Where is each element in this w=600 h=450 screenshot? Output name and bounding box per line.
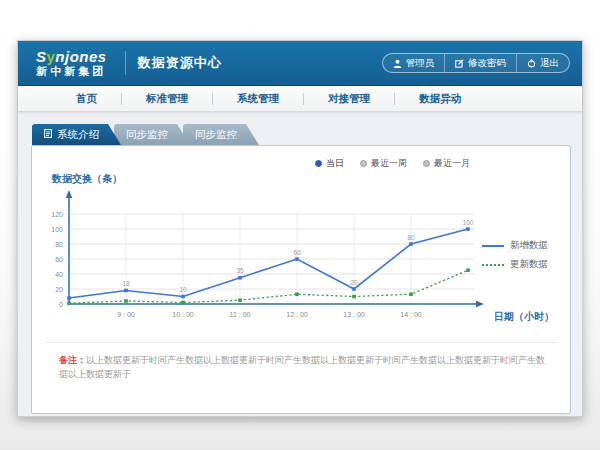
note-text: 以上数据更新于时间产生数据以上数据更新于时间产生数据以上数据更新于时间产生数据以… — [59, 355, 545, 379]
company-logo: Synjones 新中新集团 — [30, 49, 113, 77]
radio-today[interactable]: 当日 — [315, 157, 344, 170]
svg-text:20: 20 — [350, 279, 358, 286]
logout-button[interactable]: 退出 — [516, 54, 569, 72]
company-name: 新中新集团 — [36, 66, 106, 78]
svg-text:11 : 00: 11 : 00 — [230, 311, 251, 318]
nav-item-system-mgmt[interactable]: 系统管理 — [213, 92, 303, 106]
user-actions-group: 管理员 修改密码 退出 — [382, 53, 571, 73]
edit-icon — [455, 59, 464, 68]
tab-sync-monitor-2[interactable]: 同步监控 — [183, 124, 259, 145]
user-icon — [393, 59, 402, 68]
tab-strip: 系统介绍 同步监控 同步监控 — [32, 124, 569, 145]
brand-name: Synjones — [36, 49, 107, 65]
header-divider — [125, 51, 126, 75]
radio-dot-icon — [315, 160, 322, 167]
svg-text:60: 60 — [293, 249, 301, 256]
svg-text:35: 35 — [236, 267, 244, 274]
content-area: 系统介绍 同步监控 同步监控 当日 最近一周 — [18, 112, 582, 414]
nav-item-standard-mgmt[interactable]: 标准管理 — [122, 92, 212, 106]
svg-text:18: 18 — [122, 280, 130, 287]
svg-text:12 : 00: 12 : 00 — [286, 311, 308, 318]
svg-text:120: 120 — [51, 211, 63, 218]
svg-text:0: 0 — [59, 301, 63, 308]
nav-item-interface-mgmt[interactable]: 对接管理 — [304, 92, 394, 106]
svg-text:80: 80 — [55, 241, 63, 248]
legend-item-updated-data: 更新数据 — [482, 255, 556, 274]
svg-text:100: 100 — [463, 219, 474, 226]
svg-text:40: 40 — [55, 271, 63, 278]
svg-text:60: 60 — [55, 256, 63, 263]
x-axis-title: 日期（小时） — [494, 310, 554, 324]
time-range-options: 当日 最近一周 最近一月 — [315, 157, 470, 170]
svg-text:10: 10 — [179, 286, 187, 293]
app-window: Synjones 新中新集团 数据资源中心 管理员 修改密码 — [17, 40, 583, 417]
radio-last-month[interactable]: 最近一月 — [423, 157, 470, 170]
radio-dot-icon — [423, 160, 430, 167]
svg-text:9 : 00: 9 : 00 — [117, 311, 135, 318]
document-icon — [44, 124, 52, 145]
blue-line-swatch-icon — [482, 245, 504, 247]
change-password-button[interactable]: 修改密码 — [444, 54, 516, 72]
legend-item-new-data: 新增数据 — [482, 236, 556, 255]
svg-text:10 : 00: 10 : 00 — [172, 311, 194, 318]
radio-dot-icon — [360, 160, 367, 167]
tab-system-intro[interactable]: 系统介绍 — [32, 124, 121, 145]
svg-text:100: 100 — [51, 226, 63, 233]
tab-sync-monitor-1[interactable]: 同步监控 — [114, 124, 190, 145]
svg-text:20: 20 — [55, 286, 63, 293]
radio-last-week[interactable]: 最近一周 — [360, 157, 407, 170]
main-nav: 首页 标准管理 系统管理 对接管理 数据异动 — [18, 86, 582, 112]
app-header: Synjones 新中新集团 数据资源中心 管理员 修改密码 — [18, 41, 582, 86]
nav-item-data-change[interactable]: 数据异动 — [395, 92, 485, 106]
footer-note: 备注：以上数据更新于时间产生数据以上数据更新于时间产生数据以上数据更新于时间产生… — [59, 354, 550, 381]
note-prefix: 备注： — [59, 355, 86, 365]
chart-panel: 当日 最近一周 最近一月 数据交换（条） 0204060801001209 : … — [31, 145, 571, 414]
admin-user-button[interactable]: 管理员 — [383, 54, 445, 72]
power-icon — [527, 59, 536, 68]
page-title: 数据资源中心 — [138, 54, 222, 72]
chart-legend: 新增数据 更新数据 — [482, 236, 556, 274]
green-dotted-swatch-icon — [482, 264, 504, 266]
svg-text:13 : 00: 13 : 00 — [343, 311, 365, 318]
note-divider — [46, 342, 556, 343]
svg-text:14 : 00: 14 : 00 — [400, 311, 422, 318]
svg-text:80: 80 — [407, 234, 415, 241]
nav-item-home[interactable]: 首页 — [52, 92, 121, 106]
